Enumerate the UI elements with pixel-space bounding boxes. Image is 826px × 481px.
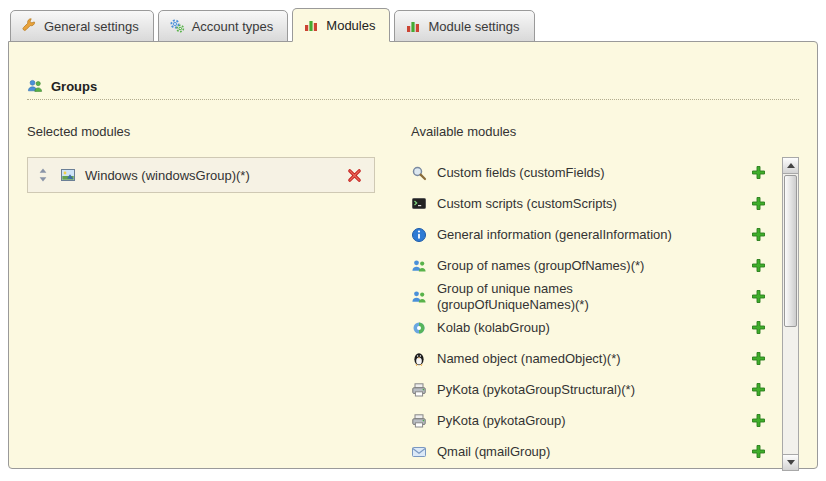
page: General settings Account types Modules (0, 0, 826, 469)
module-label: General information (generalInformation) (437, 227, 751, 243)
modules-panel: Groups Selected modules (8, 41, 818, 469)
printer-icon (411, 413, 427, 429)
printer-icon (411, 382, 427, 398)
tab-label: Modules (326, 18, 375, 33)
available-modules-heading: Available modules (411, 124, 799, 139)
tab-general-settings[interactable]: General settings (10, 10, 154, 42)
tab-bar: General settings Account types Modules (8, 8, 818, 42)
group-icon (411, 258, 427, 274)
available-module-row: PyKota (pykotaGroup) (411, 405, 782, 436)
tab-module-settings[interactable]: Module settings (394, 10, 534, 42)
arrow-up-icon (787, 163, 795, 168)
remove-module-button[interactable] (347, 168, 362, 183)
selected-modules-heading: Selected modules (27, 124, 383, 139)
add-module-button[interactable] (751, 351, 766, 366)
penguin-icon (411, 351, 427, 367)
section-title: Groups (51, 79, 97, 94)
module-label: PyKota (pykotaGroupStructural)(*) (437, 382, 751, 398)
magnifier-icon (411, 165, 427, 181)
add-module-button[interactable] (751, 289, 766, 304)
add-module-button[interactable] (751, 444, 766, 459)
modules-columns: Selected modules Windows (windowsGroup (27, 124, 799, 471)
available-module-row: Group of names (groupOfNames)(*) (411, 250, 782, 281)
selected-module-label: Windows (windowsGroup)(*) (85, 168, 339, 183)
selected-modules-column: Selected modules Windows (windowsGroup (27, 124, 383, 471)
gears-icon (169, 18, 185, 34)
tab-label: General settings (44, 19, 139, 34)
available-module-row: General information (generalInformation) (411, 219, 782, 250)
module-label: Custom scripts (customScripts) (437, 196, 751, 212)
section-header-groups: Groups (27, 78, 799, 100)
scroll-up-button[interactable] (783, 158, 798, 174)
module-label: PyKota (pykotaGroup) (437, 413, 751, 429)
add-module-button[interactable] (751, 382, 766, 397)
tab-label: Module settings (428, 19, 519, 34)
module-label: Group of unique names (groupOfUniqueName… (437, 281, 751, 312)
drag-handle-icon[interactable] (38, 168, 48, 182)
add-module-button[interactable] (751, 227, 766, 242)
add-module-button[interactable] (751, 320, 766, 335)
available-modules-scrollbar[interactable] (782, 157, 799, 471)
mail-icon (411, 444, 427, 460)
groups-icon (27, 78, 43, 94)
selected-module-row: Windows (windowsGroup)(*) (27, 157, 375, 193)
module-label: Custom fields (customFields) (437, 165, 751, 181)
modules-icon (303, 17, 319, 33)
wrench-icon (21, 18, 37, 34)
scrollbar-thumb[interactable] (784, 175, 797, 327)
scrollbar-track[interactable] (783, 174, 798, 454)
available-module-row: Qmail (qmailGroup) (411, 436, 782, 467)
add-module-button[interactable] (751, 413, 766, 428)
module-label: Qmail (qmailGroup) (437, 444, 751, 460)
tab-account-types[interactable]: Account types (158, 10, 289, 42)
available-modules-listwrap: Custom fields (customFields) Custom scri… (411, 157, 799, 471)
add-module-button[interactable] (751, 196, 766, 211)
module-label: Kolab (kolabGroup) (437, 320, 751, 336)
available-module-row: Named object (namedObject)(*) (411, 343, 782, 374)
terminal-icon (411, 196, 427, 212)
scroll-down-button[interactable] (783, 454, 798, 470)
windows-module-icon (60, 167, 76, 183)
available-modules-column: Available modules Custom fields (customF… (411, 124, 799, 471)
arrow-down-icon (787, 460, 795, 465)
available-module-row: PyKota (pykotaGroupStructural)(*) (411, 374, 782, 405)
add-module-button[interactable] (751, 165, 766, 180)
available-module-row: Custom fields (customFields) (411, 157, 782, 188)
available-module-row: Group of unique names (groupOfUniqueName… (411, 281, 782, 312)
available-modules-list: Custom fields (customFields) Custom scri… (411, 157, 782, 467)
tab-label: Account types (192, 19, 274, 34)
info-icon (411, 227, 427, 243)
add-module-button[interactable] (751, 258, 766, 273)
available-module-row: Custom scripts (customScripts) (411, 188, 782, 219)
modules-icon (405, 18, 421, 34)
group-icon (411, 289, 427, 305)
module-label: Group of names (groupOfNames)(*) (437, 258, 751, 274)
kolab-icon (411, 320, 427, 336)
tab-modules[interactable]: Modules (292, 8, 390, 42)
module-label: Named object (namedObject)(*) (437, 351, 751, 367)
available-module-row: Kolab (kolabGroup) (411, 312, 782, 343)
